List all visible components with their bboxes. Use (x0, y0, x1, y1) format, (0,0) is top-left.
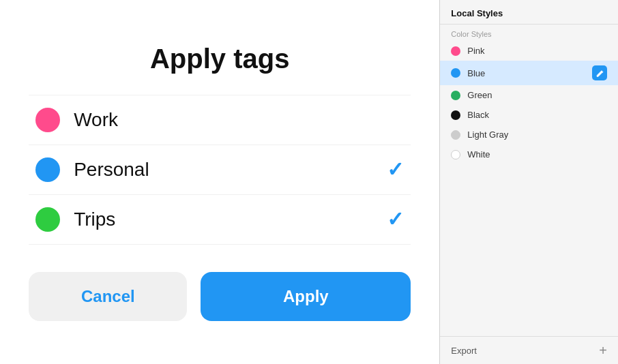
tag-name-trips: Trips (74, 209, 115, 230)
tag-name-personal: Personal (74, 159, 149, 181)
style-name-blue: Blue (467, 68, 592, 78)
apply-button[interactable]: Apply (201, 272, 411, 321)
tag-dot-work (35, 108, 60, 132)
style-dot-white (451, 150, 460, 160)
right-panel: Local Styles Color Styles Pink Blue Gree… (440, 0, 618, 364)
style-edit-icon[interactable] (592, 65, 607, 80)
style-dot-green (451, 91, 460, 100)
style-item-white[interactable]: White (440, 145, 618, 164)
style-name-pink: Pink (467, 46, 607, 56)
style-dot-pink (451, 46, 460, 56)
tag-item-work[interactable]: Work (29, 95, 411, 145)
tag-dot-trips (35, 207, 60, 232)
export-add-button[interactable]: + (599, 344, 607, 357)
style-dot-lightgray (451, 130, 460, 140)
tag-list: Work Personal ✓ Trips ✓ (29, 95, 411, 245)
tag-item-trips[interactable]: Trips ✓ (29, 195, 411, 245)
style-item-blue[interactable]: Blue (440, 61, 618, 85)
style-item-lightgray[interactable]: Light Gray (440, 125, 618, 145)
tag-check-trips: ✓ (387, 207, 404, 231)
style-name-lightgray: Light Gray (467, 130, 607, 140)
button-row: Cancel Apply (29, 272, 411, 321)
local-styles-header: Local Styles (440, 0, 618, 25)
style-name-green: Green (467, 90, 607, 100)
tag-dot-personal (35, 157, 60, 182)
style-dot-black (451, 110, 460, 120)
dialog-title: Apply tags (150, 44, 289, 74)
tag-name-work: Work (74, 109, 118, 131)
tag-check-personal: ✓ (387, 157, 404, 181)
export-section: Export + (440, 336, 618, 364)
cancel-button[interactable]: Cancel (29, 272, 187, 321)
apply-tags-dialog: Apply tags Work Personal ✓ Trips ✓ Cance… (0, 0, 439, 364)
style-item-green[interactable]: Green (440, 85, 618, 105)
style-list: Color Styles Pink Blue Green Black (440, 25, 618, 336)
style-dot-blue (451, 68, 460, 78)
color-styles-label: Color Styles (440, 25, 618, 41)
edit-icon (595, 69, 604, 78)
export-label: Export (451, 346, 477, 356)
style-item-black[interactable]: Black (440, 105, 618, 125)
tag-item-personal[interactable]: Personal ✓ (29, 145, 411, 195)
style-name-black: Black (467, 110, 607, 120)
style-name-white: White (467, 149, 607, 160)
style-item-pink[interactable]: Pink (440, 41, 618, 61)
